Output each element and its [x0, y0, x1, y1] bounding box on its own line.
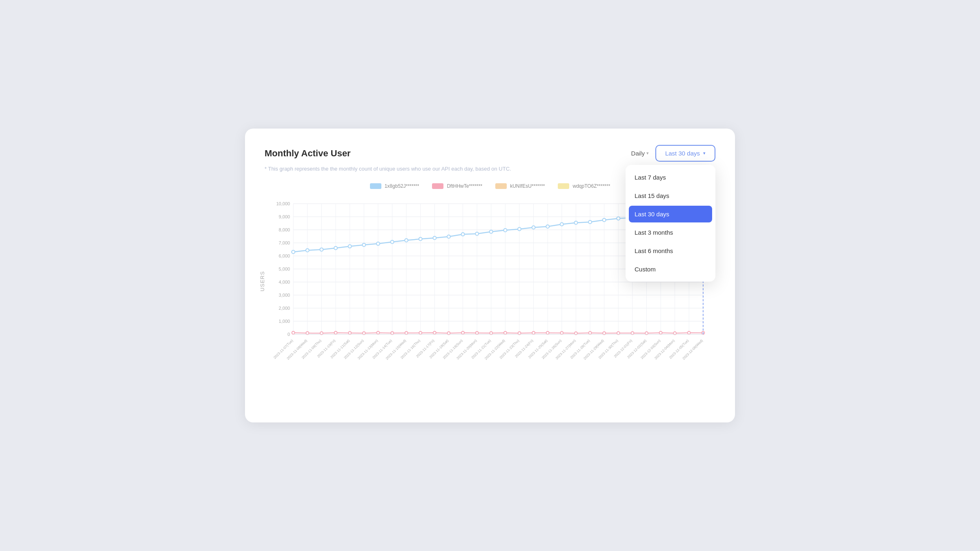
svg-text:0: 0 [287, 332, 290, 337]
svg-point-85 [334, 331, 337, 334]
svg-point-54 [320, 248, 323, 251]
svg-point-100 [546, 331, 549, 334]
svg-point-94 [461, 331, 464, 334]
y-axis-label: users [259, 271, 265, 291]
daily-button[interactable]: Daily ▾ [631, 150, 649, 157]
svg-point-86 [348, 331, 351, 334]
svg-text:7,000: 7,000 [279, 240, 290, 245]
svg-text:1,000: 1,000 [279, 319, 290, 324]
svg-text:5,000: 5,000 [279, 267, 290, 271]
legend-swatch [558, 183, 569, 189]
svg-text:8,000: 8,000 [279, 227, 290, 232]
svg-point-82 [292, 331, 295, 334]
legend-item: DftHHwTe******* [432, 183, 482, 189]
legend-label: kUNIfEsU******* [510, 183, 545, 189]
svg-text:2,000: 2,000 [279, 306, 290, 311]
svg-text:10,000: 10,000 [276, 201, 290, 206]
svg-point-95 [476, 331, 479, 334]
svg-point-53 [306, 249, 309, 252]
svg-point-59 [390, 240, 394, 244]
svg-point-71 [560, 222, 564, 226]
svg-text:4,000: 4,000 [279, 280, 290, 284]
legend-item: kUNIfEsU******* [495, 183, 545, 189]
svg-point-68 [518, 227, 521, 231]
svg-point-52 [292, 250, 295, 253]
svg-point-63 [447, 235, 450, 238]
header-controls: Daily ▾ Last 30 days ▾ Last 7 daysLast 1… [631, 145, 715, 162]
svg-point-92 [433, 331, 436, 334]
svg-point-64 [461, 233, 465, 236]
dropdown-item[interactable]: Last 6 months [626, 242, 715, 260]
svg-point-60 [405, 239, 408, 242]
svg-point-65 [475, 232, 479, 236]
dropdown-item[interactable]: Last 3 months [626, 223, 715, 242]
legend-label: wdqpTO6Z******* [572, 183, 610, 189]
legend-item: 1x8gb52J******* [370, 183, 419, 189]
svg-point-73 [588, 220, 592, 224]
svg-point-108 [659, 331, 662, 334]
svg-point-55 [334, 247, 337, 250]
date-range-button[interactable]: Last 30 days ▾ [655, 145, 715, 162]
svg-point-74 [603, 218, 606, 222]
dropdown-item[interactable]: Custom [626, 260, 715, 278]
legend-label: 1x8gb52J******* [385, 183, 419, 189]
legend-swatch [495, 183, 507, 189]
svg-point-61 [419, 238, 422, 241]
svg-point-57 [362, 243, 365, 247]
svg-text:3,000: 3,000 [279, 293, 290, 298]
svg-point-103 [589, 331, 592, 334]
svg-point-66 [490, 230, 493, 233]
dropdown-item[interactable]: Last 15 days [626, 187, 715, 205]
svg-point-72 [574, 221, 577, 224]
svg-point-97 [504, 331, 507, 334]
svg-point-75 [617, 217, 620, 220]
svg-point-70 [546, 225, 549, 228]
svg-point-91 [419, 331, 422, 334]
svg-point-58 [376, 242, 380, 245]
date-range-dropdown: Last 7 daysLast 15 daysLast 30 daysLast … [626, 165, 715, 282]
legend-swatch [370, 183, 381, 189]
legend-swatch [432, 183, 443, 189]
svg-point-99 [532, 331, 535, 334]
legend-item: wdqpTO6Z******* [558, 183, 610, 189]
svg-point-89 [391, 331, 394, 334]
svg-point-101 [560, 331, 563, 334]
svg-point-69 [532, 226, 535, 229]
svg-text:9,000: 9,000 [279, 214, 290, 219]
daily-chevron-icon: ▾ [646, 151, 649, 156]
svg-point-62 [433, 236, 436, 240]
dropdown-item[interactable]: Last 30 days [629, 206, 712, 222]
main-card: Monthly Active User Daily ▾ Last 30 days… [245, 129, 735, 422]
svg-point-110 [688, 331, 690, 334]
card-title: Monthly Active User [265, 148, 351, 159]
legend-label: DftHHwTe******* [447, 183, 482, 189]
svg-point-67 [503, 229, 507, 232]
dropdown-item[interactable]: Last 7 days [626, 168, 715, 187]
date-range-chevron-icon: ▾ [703, 151, 706, 156]
card-header: Monthly Active User Daily ▾ Last 30 days… [265, 145, 715, 162]
svg-point-56 [348, 245, 352, 248]
svg-text:6,000: 6,000 [279, 253, 290, 258]
svg-point-90 [405, 331, 408, 334]
svg-point-88 [376, 331, 379, 334]
